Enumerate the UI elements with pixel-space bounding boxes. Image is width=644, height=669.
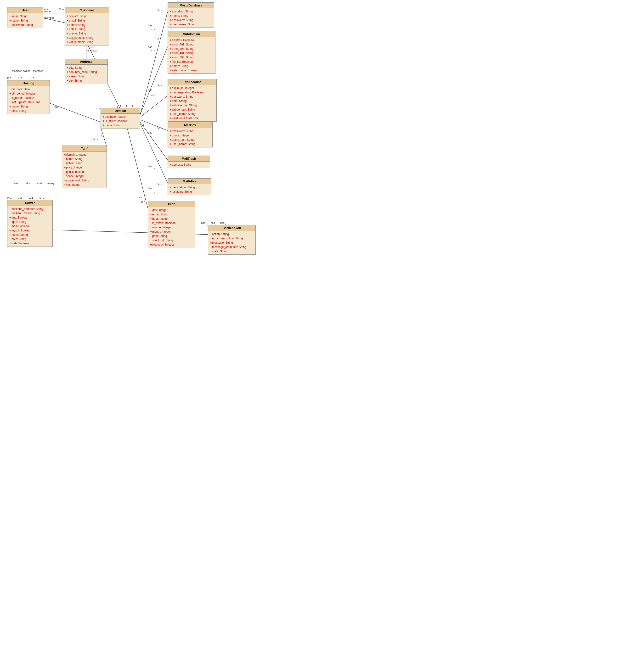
class-user-body: +email: String +name: String +password: … (8, 13, 43, 28)
class-user: User +email: String +name: String +passw… (7, 7, 43, 28)
hosting-field-note: +note: String (9, 109, 48, 113)
mailbox-field-quota: +quota: Integer (170, 133, 210, 138)
class-server: Server +backend_address: String +backend… (7, 200, 53, 247)
label-server-mult-3: 0..1 (29, 196, 33, 199)
class-subdomain-body: +awstats: Boolean +error_401: String +er… (168, 37, 215, 73)
domain-field-expiration: +expiration: Date (103, 115, 138, 119)
cron-field-email: +email: String (150, 212, 193, 217)
mailbox-field-username: +user_name: String (170, 142, 210, 146)
label-owner-mid: owner (23, 69, 30, 72)
label-has-subdomain: has (148, 45, 152, 48)
label-has-ftp: has (148, 88, 152, 91)
address-field-country: +coountry_code: String (67, 70, 106, 74)
uml-diagram: owner 0..1 0..1 member * * embeds 0..* 1… (0, 0, 263, 275)
label-mult-subdomain-domain: 0..* (151, 50, 155, 53)
class-hosting-title: Hosting (8, 81, 50, 86)
class-address-title: Address (65, 59, 108, 65)
svg-line-8 (140, 47, 168, 115)
server-field-backtoken: +backend_token: String (9, 211, 51, 215)
label-has-backjob5: has (220, 222, 225, 224)
tarif-field-price: +price: Integer (64, 166, 104, 170)
ftp-field-subdomain: +subdomain: String (170, 108, 214, 112)
label-domain-1b: 1 (126, 105, 127, 108)
label-has-hosting-domain: has (54, 105, 58, 108)
subdomain-field-error500: +error_500: String (170, 55, 213, 60)
cron-field-weekday: +weekday: Integer (150, 242, 193, 247)
customer-field-phone: +phone: String (67, 31, 107, 35)
tarif-field-space: +space: Integer (64, 174, 104, 178)
server-field-mail: +mail: Boolean (9, 224, 51, 228)
server-field-name: +name: String (9, 233, 51, 237)
backjob-field-state: +state: String (210, 249, 253, 254)
label-mult-cron-domain: 0..* (141, 201, 145, 203)
label-has-cron: has (138, 196, 142, 199)
server-field-mysql: +mysql: Boolean (9, 228, 51, 233)
hosting-field-isbilled: +is_billed: Boolean (9, 96, 48, 100)
class-domain: Domain +expiration: Date +is_billed: Boo… (100, 108, 140, 129)
hosting-field-billperiod: +bill_period: Integer (9, 91, 48, 96)
label-server-mult-1: 0..1 (7, 196, 12, 199)
customer-field-tax: +tax_number: String (67, 35, 107, 40)
label-mailbox-mult: 0..1 (157, 126, 162, 129)
tarif-field-spaceunit: +space_unit: String (64, 178, 104, 183)
class-domain-title: Domain (101, 108, 140, 114)
tarif-field-notes: +notes: String (64, 161, 104, 166)
hosting-field-billdate: +bill_date: Date (9, 87, 48, 91)
class-backjob-title: BackendJob (208, 225, 255, 231)
class-cron-title: Cron (148, 201, 195, 207)
class-mailtrash: MailTrash +address: String (168, 156, 210, 168)
class-mailbox: MailBox +password: String +quota: Intege… (168, 122, 213, 147)
label-domain-1c: 1 (132, 105, 133, 108)
server-field-web: +web: Boolean (9, 241, 51, 245)
class-server-title: Server (8, 200, 53, 206)
label-mult-hosting-domain-2: 0..* (96, 108, 100, 111)
label-dns: dns (26, 182, 31, 185)
label-member: member (44, 16, 54, 19)
customer-field-notes: +notes: String (67, 27, 107, 31)
label-has-backjob3: has (211, 222, 215, 224)
server-field-note: +note: String (9, 237, 51, 241)
user-field-password: +password: String (9, 23, 41, 27)
label-mult-mailtrash-domain: 0..* (151, 168, 155, 170)
label-mult-tarif-1: 1 (100, 134, 102, 137)
address-field-zip: +zip: String (67, 79, 106, 83)
class-mailalias-body: +destination: String +localpart: String (168, 184, 211, 195)
domain-field-name: +name: String (103, 123, 138, 128)
backjob-field-action: +action: String (210, 232, 253, 236)
server-field-backaddr: +backend_address: String (9, 207, 51, 211)
label-subdomain-mult: 0..1 (157, 38, 162, 41)
backjob-field-msgattr: +message_attributes: String (210, 245, 253, 249)
mailbox-field-password: +password: String (170, 129, 210, 133)
label-has-mailalias: has (148, 187, 152, 189)
class-tarif-title: Tarif (62, 146, 107, 152)
svg-line-11 (140, 122, 168, 160)
class-mailtrash-body: +address: String (168, 161, 210, 168)
label-mailalias-mult: 0..1 (157, 182, 162, 185)
backjob-field-errdesc: +error_description: String (210, 236, 253, 241)
class-customer: Customer +contact: String +email: String… (65, 7, 109, 45)
customer-field-vat: +vat_number: String (67, 40, 107, 44)
class-mailalias: MailAlias +destination: String +localpar… (168, 178, 211, 195)
cron-field-path: +path: String (150, 234, 193, 238)
label-mysql-mult: 0..1 (157, 9, 162, 11)
svg-line-9 (140, 96, 168, 117)
label-server-mult-4: 0..1 (40, 196, 44, 199)
class-cron-body: +day: Integer +email: String +hour: Inte… (148, 207, 195, 248)
class-ftp-body: +expire_in: Integer +has_expiration: Boo… (168, 85, 216, 122)
class-address: Address +city: String +coountry_code: St… (65, 59, 108, 84)
label-has-domain-tarif: has (93, 138, 98, 141)
svg-line-7 (140, 12, 168, 115)
class-backendjob: BackendJob +action: String +error_descri… (208, 225, 256, 255)
subdomain-field-awstats: +awstats: Boolean (170, 38, 213, 42)
mailbox-field-quotaunit: +quota_unit: String (170, 138, 210, 142)
label-mult-member-1: * (44, 19, 44, 22)
label-mult-member-2: * (59, 19, 60, 22)
label-member-left: member (12, 69, 22, 72)
svg-line-12 (140, 123, 168, 183)
class-mysql-title: MysqlDatabase (168, 3, 214, 9)
label-cust-domain-mult: 0..* (88, 47, 93, 49)
user-field-name: +name: String (9, 18, 41, 23)
class-customer-title: Customer (65, 8, 109, 13)
class-backjob-body: +action: String +error_description: Stri… (208, 231, 255, 254)
class-customer-body: +contact: String +email: String +name: S… (65, 13, 109, 45)
